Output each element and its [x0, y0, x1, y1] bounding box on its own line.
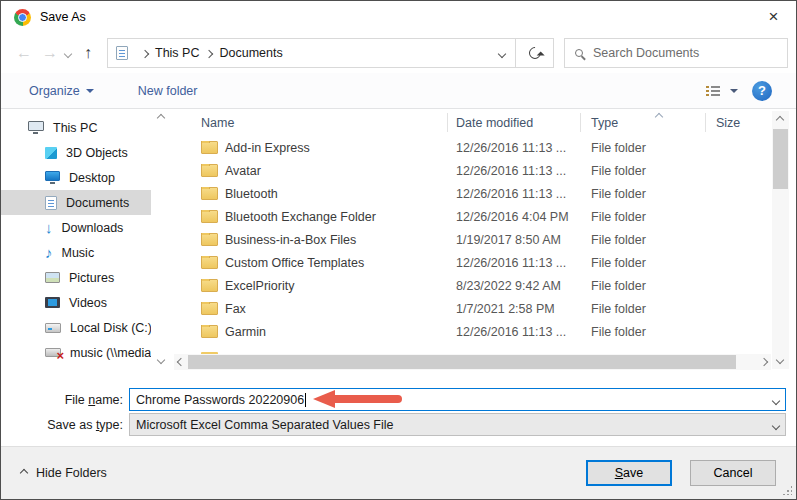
- save-as-dialog: Save As × ← → ↑ This PC Documents Organi…: [0, 0, 797, 500]
- sidebar-item-downloads[interactable]: ↓ Downloads: [1, 215, 151, 240]
- local-disk-icon: [45, 323, 61, 333]
- column-header-type[interactable]: Type: [581, 113, 706, 132]
- sidebar-item-videos[interactable]: Videos: [1, 290, 151, 315]
- navigation-pane: This PC 3D Objects Desktop Documents ↓ D…: [1, 115, 151, 365]
- refresh-button[interactable]: [516, 38, 554, 68]
- file-name-input[interactable]: Chrome Passwords 20220906: [129, 388, 786, 411]
- change-view-icon[interactable]: [706, 86, 720, 96]
- breadcrumb-separator-icon: [206, 46, 212, 60]
- file-name-label: File name:: [1, 393, 129, 407]
- sidebar-item-documents[interactable]: Documents: [1, 190, 151, 215]
- save-as-type-value: Microsoft Excel Comma Separated Values F…: [136, 418, 394, 432]
- up-button[interactable]: ↑: [75, 44, 101, 62]
- scroll-down-icon[interactable]: [157, 356, 165, 364]
- close-icon[interactable]: ×: [751, 1, 796, 33]
- table-row[interactable]: Custom Office Templates 12/26/2016 11:13…: [186, 251, 771, 274]
- file-name-dropdown-icon[interactable]: [773, 393, 779, 407]
- folder-icon: [201, 279, 218, 292]
- save-as-type-select[interactable]: Microsoft Excel Comma Separated Values F…: [129, 413, 786, 436]
- search-input[interactable]: [593, 46, 777, 60]
- hide-folders-button[interactable]: Hide Folders: [21, 466, 107, 480]
- main-area: This PC 3D Objects Desktop Documents ↓ D…: [1, 109, 796, 386]
- footer-bar: Hide Folders Save Cancel: [1, 446, 796, 499]
- folder-icon: [201, 187, 218, 200]
- save-as-type-dropdown-icon: [773, 418, 779, 432]
- table-row[interactable]: Business-in-a-Box Files 1/19/2017 8:50 A…: [186, 228, 771, 251]
- table-row[interactable]: Bluetooth 12/26/2016 11:13 ... File fold…: [186, 182, 771, 205]
- table-row[interactable]: Bluetooth Exchange Folder 12/26/2016 4:0…: [186, 205, 771, 228]
- table-row[interactable]: ExcelPriority 8/23/2022 9:42 AM File fol…: [186, 274, 771, 297]
- sidebar-item-pictures[interactable]: Pictures: [1, 265, 151, 290]
- scroll-left-icon[interactable]: [177, 358, 185, 366]
- breadcrumb-separator-icon: [142, 46, 148, 60]
- back-button[interactable]: ←: [11, 44, 37, 62]
- folder-icon: [201, 210, 218, 223]
- sidebar-item-desktop[interactable]: Desktop: [1, 165, 151, 190]
- save-button[interactable]: Save: [586, 460, 672, 486]
- column-headers: Name Date modified Type Size: [186, 109, 771, 136]
- downloads-icon: ↓: [45, 220, 53, 235]
- column-header-date-modified[interactable]: Date modified: [448, 113, 581, 132]
- recent-locations-dropdown[interactable]: [65, 46, 71, 60]
- network-drive-icon: [45, 348, 61, 357]
- location-icon: [116, 46, 128, 60]
- sidebar-item-local-disk[interactable]: Local Disk (C:): [1, 315, 151, 340]
- title-bar: Save As ×: [1, 1, 796, 33]
- sidebar-item-this-pc[interactable]: This PC: [1, 115, 151, 140]
- organize-button[interactable]: Organize: [29, 84, 94, 98]
- column-header-name[interactable]: Name: [186, 113, 448, 132]
- command-toolbar: Organize New folder ?: [1, 73, 796, 109]
- search-box[interactable]: [564, 38, 788, 68]
- navigation-bar: ← → ↑ This PC Documents: [1, 33, 796, 73]
- scrollbar-thumb[interactable]: [773, 129, 788, 189]
- music-icon: ♪: [45, 245, 53, 260]
- address-bar[interactable]: This PC Documents: [107, 38, 516, 68]
- scroll-down-icon[interactable]: [776, 356, 784, 364]
- text-cursor: [305, 393, 306, 407]
- sort-ascending-icon: [656, 109, 662, 123]
- chrome-icon: [14, 9, 31, 26]
- vertical-scrollbar[interactable]: [772, 111, 789, 369]
- scroll-right-icon[interactable]: [760, 358, 768, 366]
- documents-icon: [45, 196, 57, 210]
- file-name-value: Chrome Passwords 20220906: [136, 393, 304, 407]
- desktop-icon: [45, 171, 60, 181]
- pictures-icon: [45, 272, 60, 283]
- dialog-title: Save As: [40, 10, 86, 24]
- view-dropdown-icon[interactable]: [730, 89, 738, 97]
- sidebar-item-network-music[interactable]: music (\\media1: [1, 340, 151, 365]
- 3d-objects-icon: [45, 147, 57, 159]
- address-dropdown-icon[interactable]: [497, 42, 507, 64]
- horizontal-scrollbar[interactable]: [174, 354, 771, 370]
- folder-icon: [201, 325, 218, 338]
- refresh-icon: [526, 45, 543, 62]
- help-icon[interactable]: ?: [752, 81, 772, 101]
- table-row[interactable]: Fax 1/7/2021 2:58 PM File folder: [186, 297, 771, 320]
- breadcrumb-this-pc[interactable]: This PC: [155, 46, 199, 60]
- scrollbar-thumb[interactable]: [188, 355, 736, 369]
- column-header-size[interactable]: Size: [706, 113, 766, 132]
- breadcrumb-documents[interactable]: Documents: [219, 46, 282, 60]
- folder-icon: [201, 164, 218, 177]
- folder-icon: [201, 256, 218, 269]
- table-row[interactable]: Garmin 12/26/2016 11:13 ... File folder: [186, 320, 771, 343]
- sidebar-item-music[interactable]: ♪ Music: [1, 240, 151, 265]
- chevron-up-icon: [20, 469, 28, 477]
- sidebar-item-3d-objects[interactable]: 3D Objects: [1, 140, 151, 165]
- forward-button[interactable]: →: [37, 44, 63, 62]
- new-folder-button[interactable]: New folder: [138, 84, 198, 98]
- file-list: Name Date modified Type Size Add-in Expr…: [186, 109, 771, 343]
- sidebar-scrollbar[interactable]: [154, 111, 169, 373]
- dropdown-triangle-icon: [86, 89, 94, 97]
- scroll-up-icon[interactable]: [776, 116, 784, 124]
- search-icon: [575, 49, 583, 57]
- cancel-button[interactable]: Cancel: [690, 460, 776, 486]
- table-row[interactable]: Add-in Express 12/26/2016 11:13 ... File…: [186, 136, 771, 159]
- table-row[interactable]: Avatar 12/26/2016 11:13 ... File folder: [186, 159, 771, 182]
- scroll-up-icon[interactable]: [157, 114, 165, 122]
- folder-icon: [201, 141, 218, 154]
- folder-icon: [201, 302, 218, 315]
- save-as-type-label: Save as type:: [1, 418, 129, 432]
- folder-icon: [201, 233, 218, 246]
- fields-area: File name: Chrome Passwords 20220906 Sav…: [1, 386, 796, 448]
